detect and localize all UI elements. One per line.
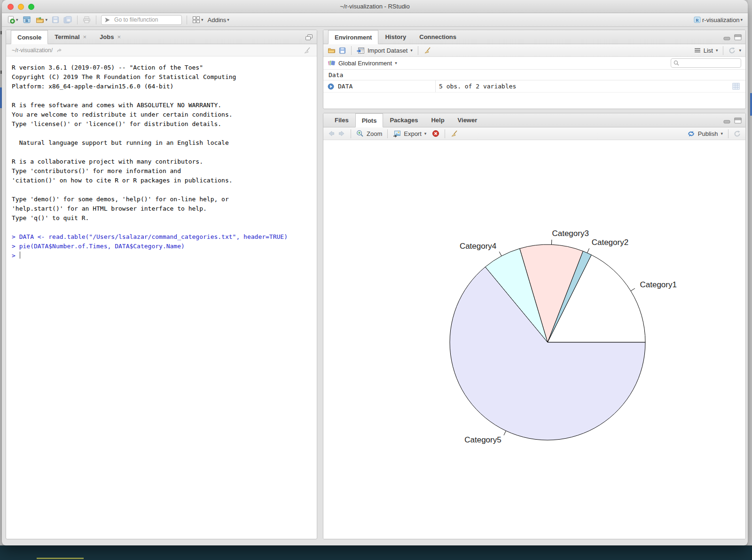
new-file-icon — [7, 16, 15, 24]
tab-terminal-label: Terminal — [55, 33, 79, 40]
chevron-down-icon: ▾ — [201, 18, 204, 22]
load-workspace-icon[interactable] — [328, 47, 336, 54]
chevron-down-icon: ▾ — [739, 48, 741, 53]
console-path-bar: ~/r-visualization/ — [6, 44, 317, 56]
addins-label: Addins — [208, 16, 227, 24]
traffic-lights — [8, 4, 34, 10]
next-plot-icon[interactable] — [338, 130, 345, 137]
tab-environment[interactable]: Environment — [328, 30, 378, 44]
svg-text:R: R — [25, 18, 28, 23]
export-plot-label[interactable]: Export — [404, 130, 422, 137]
save-workspace-icon[interactable] — [339, 47, 346, 54]
save-button[interactable] — [50, 15, 61, 24]
clear-console-icon[interactable] — [303, 47, 311, 54]
pie-label-tick — [499, 252, 501, 256]
clear-environment-icon[interactable] — [423, 47, 431, 54]
open-folder-icon — [36, 16, 45, 24]
addins-button[interactable]: Addins ▾ — [206, 16, 231, 24]
previous-plot-icon[interactable] — [328, 130, 335, 137]
console-output[interactable]: R version 3.6.1 (2019-07-05) -- "Action … — [6, 56, 317, 260]
save-all-icon — [63, 16, 72, 24]
environment-search-box[interactable] — [671, 58, 741, 68]
goto-file-function-box[interactable] — [101, 15, 182, 25]
tab-connections[interactable]: Connections — [413, 30, 463, 44]
chevron-down-icon: ▾ — [46, 18, 48, 22]
object-summary: 5 obs. of 2 variables — [439, 83, 516, 90]
close-tab-icon[interactable]: × — [83, 33, 87, 40]
save-all-button[interactable] — [62, 15, 73, 24]
plot-canvas: Category1Category2Category3Category4Cate… — [323, 140, 745, 539]
plots-toolbar: Zoom Export ▾ Publish — [323, 127, 745, 140]
environment-scope-label[interactable]: Global Environment — [338, 60, 392, 67]
pie-label: Category3 — [552, 229, 588, 238]
tab-plots[interactable]: Plots — [355, 113, 384, 127]
import-dataset-icon — [357, 47, 365, 54]
desktop-strip-right — [748, 0, 752, 560]
close-window-button[interactable] — [8, 4, 14, 10]
list-view-label[interactable]: List — [704, 47, 713, 54]
import-dataset-label[interactable]: Import Dataset — [368, 47, 407, 54]
zoom-window-button[interactable] — [28, 4, 34, 10]
tab-jobs[interactable]: Jobs × — [93, 30, 127, 44]
refresh-icon[interactable] — [728, 47, 736, 54]
project-menu-button[interactable]: R r-visualization ▾ — [692, 15, 744, 24]
close-tab-icon[interactable]: × — [117, 33, 121, 40]
tab-help[interactable]: Help — [424, 113, 451, 127]
go-to-directory-icon[interactable] — [56, 47, 63, 53]
publish-icon — [687, 130, 695, 137]
svg-text:R: R — [696, 18, 699, 23]
tab-files[interactable]: Files — [328, 113, 355, 127]
publish-label[interactable]: Publish — [698, 130, 718, 137]
pane-layout-button[interactable]: ▾ — [191, 15, 205, 24]
section-label: Data — [329, 71, 343, 79]
environment-search-input[interactable] — [681, 59, 737, 67]
window-title: ~/r-visualization - RStudio — [2, 0, 748, 13]
tab-history[interactable]: History — [378, 30, 413, 44]
zoom-plot-icon — [356, 130, 364, 137]
tab-console-label: Console — [17, 34, 41, 41]
tab-viewer-label: Viewer — [458, 117, 478, 124]
minimize-pane-icon[interactable] — [723, 34, 731, 40]
restore-pane-icon[interactable] — [305, 34, 313, 41]
pane-layout-icon — [192, 16, 200, 24]
pie-label: Category2 — [592, 238, 628, 247]
clear-all-plots-icon[interactable] — [450, 130, 458, 137]
pie-label: Category5 — [464, 435, 501, 444]
new-file-button[interactable]: ▾ — [6, 15, 20, 25]
titlebar: ~/r-visualization - RStudio — [2, 0, 748, 13]
print-button[interactable] — [81, 15, 92, 24]
pie-label: Category1 — [640, 280, 676, 289]
maximize-pane-icon[interactable] — [734, 118, 742, 124]
open-file-button[interactable]: ▾ — [34, 16, 49, 24]
main-toolbar: ▾ R ▾ — [2, 13, 748, 27]
project-name-label: r-visualization — [702, 16, 739, 24]
chevron-down-icon: ▾ — [424, 132, 427, 136]
console-tabstrip: Console Terminal × Jobs × — [6, 30, 317, 44]
remove-plot-icon[interactable] — [432, 130, 439, 137]
environment-pane: Environment History Connections — [323, 30, 746, 109]
minimize-pane-icon[interactable] — [723, 118, 731, 124]
chevron-down-icon: ▾ — [410, 48, 413, 53]
tab-viewer[interactable]: Viewer — [451, 113, 484, 127]
tab-terminal[interactable]: Terminal × — [48, 30, 93, 44]
environment-object-row[interactable]: DATA 5 obs. of 2 variables — [323, 80, 745, 93]
tab-packages[interactable]: Packages — [383, 113, 424, 127]
new-project-button[interactable]: R — [21, 15, 33, 25]
pie-label-tick — [587, 248, 589, 253]
tab-console[interactable]: Console — [11, 30, 48, 44]
expand-object-icon[interactable] — [328, 83, 334, 90]
minimize-window-button[interactable] — [18, 4, 24, 10]
search-icon — [674, 60, 679, 66]
working-directory: ~/r-visualization/ — [12, 47, 53, 54]
zoom-plot-label[interactable]: Zoom — [367, 130, 382, 137]
background-window-bar — [0, 545, 752, 560]
maximize-pane-icon[interactable] — [734, 34, 742, 40]
printer-icon — [83, 16, 91, 24]
pie-label-tick — [504, 431, 506, 435]
pie-label: Category4 — [460, 242, 496, 251]
save-icon — [52, 16, 59, 24]
goto-input[interactable] — [113, 16, 174, 24]
plots-tabstrip: Files Plots Packages Help Viewer — [323, 113, 745, 127]
view-data-grid-icon[interactable] — [732, 83, 740, 90]
refresh-plot-icon[interactable] — [734, 130, 741, 137]
